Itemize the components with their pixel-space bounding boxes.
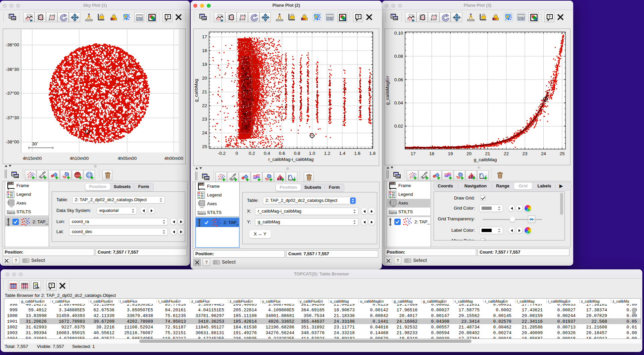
svg-text:TITLE: TITLE	[391, 183, 395, 184]
svg-text:17: 17	[410, 151, 415, 156]
svg-text:?: ?	[166, 15, 169, 19]
svg-text:r_calibMag-i_calibMag: r_calibMag-i_calibMag	[268, 157, 313, 162]
svg-text:1.6: 1.6	[354, 151, 360, 156]
svg-text:18: 18	[202, 48, 207, 53]
svg-text:4h05m00: 4h05m00	[118, 156, 137, 161]
svg-text:?: ?	[548, 15, 551, 19]
svg-text:23: 23	[522, 151, 527, 156]
svg-text:21: 21	[485, 151, 490, 156]
svg-text:21: 21	[202, 89, 207, 94]
svg-text:4h00m00: 4h00m00	[164, 156, 183, 161]
svg-text:1.0: 1.0	[309, 151, 315, 156]
svg-text:20: 20	[202, 76, 207, 81]
svg-text:>stilts: >stilts	[198, 213, 206, 215]
svg-text:0.6: 0.6	[279, 151, 285, 156]
svg-text:-37°30: -37°30	[6, 115, 19, 120]
svg-text:-37°00: -37°00	[6, 91, 19, 96]
svg-text:0.04: 0.04	[394, 100, 403, 105]
svg-text:-0.2: -0.2	[218, 151, 226, 156]
svg-text:%: %	[521, 17, 524, 20]
svg-text:Cc: Cc	[10, 196, 13, 198]
svg-text:yyy: yyy	[7, 201, 9, 204]
svg-text:22: 22	[202, 103, 207, 108]
svg-text:24: 24	[541, 151, 546, 156]
svg-text:?: ?	[50, 283, 53, 287]
svg-text:4h15m00: 4h15m00	[23, 156, 42, 161]
svg-text:20: 20	[466, 151, 472, 156]
svg-text:>stilts: >stilts	[7, 212, 15, 215]
svg-text:19: 19	[202, 62, 207, 67]
svg-text:19: 19	[448, 151, 453, 156]
svg-text:18: 18	[429, 151, 434, 156]
svg-text:-38°00: -38°00	[6, 139, 19, 144]
svg-text:0.2: 0.2	[249, 151, 255, 156]
svg-text:30': 30'	[32, 141, 38, 146]
svg-text:Cc: Cc	[392, 196, 395, 198]
svg-text:1.2: 1.2	[324, 151, 331, 156]
svg-text:0.06: 0.06	[394, 77, 403, 82]
svg-text:0.08: 0.08	[394, 54, 403, 59]
svg-text:TITLE: TITLE	[9, 183, 13, 184]
svg-text:>stilts: >stilts	[389, 212, 397, 215]
svg-text:g_calibMag: g_calibMag	[474, 157, 497, 162]
svg-text:yyy: yyy	[197, 201, 200, 205]
svg-text:Aa: Aa	[10, 191, 13, 194]
svg-text:23: 23	[202, 117, 207, 122]
svg-text:25: 25	[559, 151, 564, 156]
svg-text:Aa: Aa	[201, 192, 204, 194]
svg-text:0: 0	[236, 151, 238, 156]
svg-text:yyy: yyy	[389, 201, 391, 204]
svg-text:1.8: 1.8	[369, 151, 376, 156]
svg-text:%: %	[330, 17, 332, 20]
svg-text:?: ?	[357, 15, 359, 19]
svg-text:-36°00: -36°00	[6, 42, 19, 47]
svg-text:1.4: 1.4	[339, 151, 345, 156]
svg-text:g_calibMag: g_calibMag	[194, 79, 199, 102]
svg-text:24: 24	[202, 130, 207, 135]
svg-text:Aa: Aa	[392, 191, 395, 194]
svg-text:22: 22	[504, 151, 509, 156]
svg-text:0.4: 0.4	[264, 151, 270, 156]
svg-text:0.8: 0.8	[294, 151, 300, 156]
svg-text:0.10: 0.10	[394, 31, 403, 36]
svg-text:4h10m00: 4h10m00	[70, 156, 89, 161]
svg-text:%: %	[140, 18, 142, 21]
svg-text:17: 17	[202, 34, 207, 39]
svg-text:Cc: Cc	[201, 196, 204, 199]
svg-text:g_calibMagErr: g_calibMagErr	[385, 76, 390, 105]
svg-text:-36°30: -36°30	[6, 67, 19, 72]
svg-text:25: 25	[202, 144, 207, 149]
svg-text:TITLE: TITLE	[200, 183, 204, 185]
svg-text:0.02: 0.02	[394, 124, 403, 129]
